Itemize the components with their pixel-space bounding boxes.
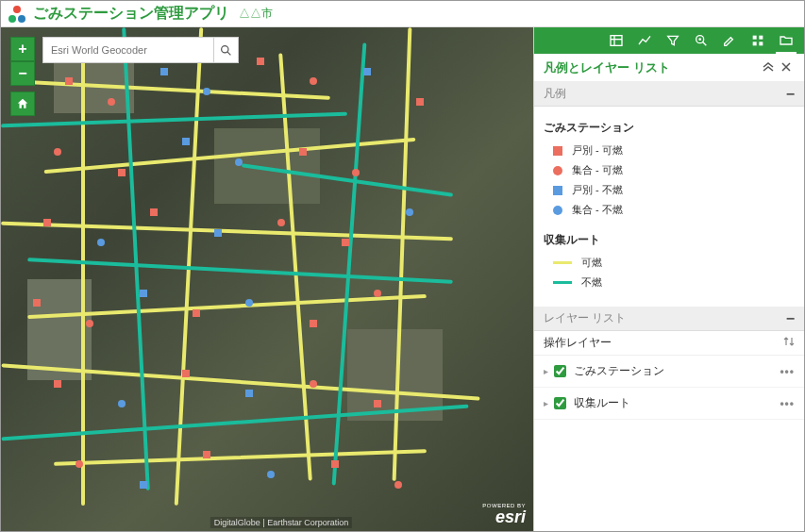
layerlist-section-title: レイヤー リスト [544, 310, 626, 326]
zoom-in-button[interactable]: + [10, 37, 35, 61]
close-panel-button[interactable] [778, 61, 795, 75]
layerlist-section-header: レイヤー リスト − [534, 307, 804, 331]
grid-tool-button[interactable] [744, 27, 772, 54]
panel-title: 凡例とレイヤー リスト [544, 59, 670, 76]
collapse-layerlist-button[interactable]: − [786, 311, 795, 326]
layer-name: ごみステーション [574, 363, 664, 379]
double-chevron-up-icon [763, 62, 774, 72]
sort-layers-button[interactable] [783, 336, 795, 350]
legend-section-header: 凡例 − [534, 82, 804, 107]
side-panel: 凡例とレイヤー リスト 凡例 − ごみステーション 戸別 - 可燃 集合 - 可… [533, 27, 804, 531]
operation-layer-title: 操作レイヤー [544, 335, 612, 351]
inspect-tool-button[interactable] [687, 27, 715, 54]
filter-icon [665, 33, 680, 48]
svg-rect-11 [759, 42, 763, 45]
panel-title-bar: 凡例とレイヤー リスト [534, 54, 804, 82]
esri-logo: POWERED BY esri [482, 503, 526, 525]
circle-blue-icon [553, 206, 562, 215]
layers-tool-button[interactable] [772, 27, 800, 54]
square-red-icon [553, 146, 562, 156]
search-icon [220, 44, 232, 57]
legend-item: 集合 - 不燃 [553, 203, 795, 217]
app-title: ごみステーション管理アプリ [33, 4, 229, 24]
table-tool-button[interactable] [602, 27, 630, 54]
legend-body: ごみステーション 戸別 - 可燃 集合 - 可燃 戸別 - 不燃 集合 - 不燃… [534, 107, 804, 307]
legend-group-routes: 収集ルート [544, 232, 795, 248]
grid-icon [750, 33, 765, 48]
legend-group-stations: ごみステーション [544, 120, 795, 136]
operation-layer-header: 操作レイヤー [534, 331, 804, 356]
app-subtitle: △△市 [239, 6, 273, 22]
line-yellow-icon [553, 261, 572, 264]
legend-item: 集合 - 可燃 [553, 163, 795, 177]
layer-checkbox-routes[interactable] [554, 397, 566, 409]
home-icon [16, 97, 29, 110]
layer-item: ▸ ごみステーション ••• [534, 356, 804, 388]
edit-tool-button[interactable] [715, 27, 744, 54]
square-blue-icon [553, 186, 562, 195]
sort-icon [783, 336, 795, 347]
svg-rect-10 [753, 42, 757, 45]
chart-tool-button[interactable] [630, 27, 659, 54]
map-attribution: DigitalGlobe | Earthstar Corporation [210, 517, 352, 528]
legend-item: 戸別 - 不燃 [553, 183, 795, 197]
search-input[interactable] [43, 38, 213, 62]
svg-point-7 [698, 38, 701, 41]
svg-rect-8 [753, 36, 757, 40]
svg-line-1 [227, 52, 230, 55]
layer-more-button[interactable]: ••• [780, 365, 795, 378]
search-button[interactable] [213, 38, 238, 62]
svg-rect-2 [611, 36, 622, 46]
svg-line-6 [702, 42, 706, 45]
map-canvas[interactable]: + − DigitalGlobe | Earthstar Corporation… [1, 27, 533, 531]
collapse-up-button[interactable] [759, 61, 778, 75]
expand-layer-button[interactable]: ▸ [544, 366, 548, 376]
zoom-out-button[interactable]: − [10, 61, 35, 86]
app-header: ごみステーション管理アプリ △△市 [1, 1, 804, 27]
legend-item: 戸別 - 可燃 [553, 143, 795, 158]
geocoder-search [42, 37, 239, 63]
folder-icon [779, 33, 794, 48]
inspect-icon [694, 33, 709, 48]
svg-point-0 [222, 45, 228, 52]
home-button[interactable] [10, 91, 35, 116]
app-logo-icon [8, 6, 25, 23]
layer-checkbox-stations[interactable] [554, 365, 566, 377]
collapse-legend-button[interactable]: − [786, 87, 795, 102]
legend-item: 可燃 [553, 256, 795, 270]
pencil-icon [722, 33, 737, 48]
close-icon [781, 62, 791, 72]
layer-item: ▸ 収集ルート ••• [534, 388, 804, 420]
line-green-icon [553, 281, 572, 284]
layer-name: 収集ルート [574, 395, 630, 411]
circle-red-icon [553, 166, 562, 175]
expand-layer-button[interactable]: ▸ [544, 398, 548, 408]
chart-icon [637, 33, 652, 48]
legend-item: 不燃 [553, 275, 795, 290]
table-icon [609, 33, 624, 48]
svg-rect-9 [759, 36, 763, 40]
side-toolbar [534, 27, 804, 54]
filter-tool-button[interactable] [659, 27, 687, 54]
legend-section-title: 凡例 [544, 86, 566, 102]
layer-more-button[interactable]: ••• [780, 397, 795, 410]
